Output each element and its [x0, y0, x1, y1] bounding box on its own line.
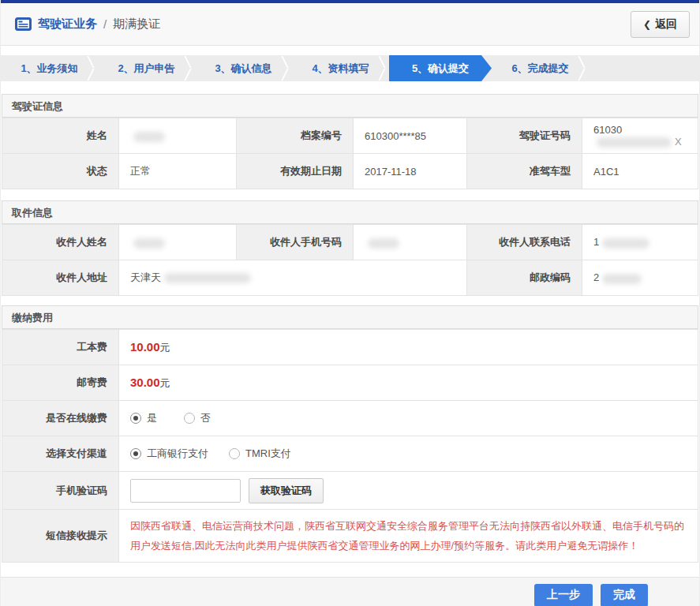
sms-note-label: 短信接收提示 [2, 510, 119, 563]
license-no-prefix: 61030 [593, 124, 622, 136]
channel-tmri-label: TMRI支付 [245, 447, 291, 461]
production-fee-unit: 元 [160, 342, 170, 354]
production-fee-amount: 10.00 [130, 340, 160, 354]
status-label: 状态 [2, 154, 119, 189]
section-pickup-title: 取件信息 [2, 200, 698, 224]
list-icon [15, 17, 32, 31]
vehicle-class-value: A1C1 [582, 154, 698, 189]
redacted-postcode [602, 274, 642, 284]
verification-code-label: 手机验证码 [2, 472, 119, 510]
file-no-value: 610300****85 [354, 118, 467, 154]
mailing-fee-unit: 元 [160, 377, 170, 389]
table-row: 收件人姓名 收件人手机号码 收件人联系电话 1 [2, 225, 698, 260]
finish-button[interactable]: 完成 [601, 584, 648, 606]
expiry-label: 有效期止日期 [237, 154, 354, 189]
license-no-suffix: X [675, 136, 682, 148]
step-6-complete-submit[interactable]: 6、完成提交 [492, 55, 589, 81]
sms-note-cell: 因陕西省联通、电信运营商技术问题，陕西省互联网交通安全综合服务管理平台无法向持陕… [119, 510, 698, 563]
back-chevron-icon: ❮ [643, 19, 651, 30]
recipient-mobile-label: 收件人手机号码 [237, 225, 354, 260]
step-bar-filler [589, 55, 699, 81]
online-yes-label: 是 [147, 411, 157, 425]
step-4-fill-info[interactable]: 4、资料填写 [292, 55, 389, 81]
redacted-phone [602, 238, 649, 249]
step-label: 4、资料填写 [312, 62, 369, 76]
status-value: 正常 [119, 154, 237, 189]
postcode-value: 2 [582, 260, 698, 296]
step-progress-bar: 1、业务须知 2、用户申告 3、确认信息 4、资料填写 5、确认提交 6、完成提… [1, 55, 699, 81]
step-5-confirm-submit[interactable]: 5、确认提交 [389, 55, 492, 81]
table-row: 短信接收提示 因陕西省联通、电信运营商技术问题，陕西省互联网交通安全综合服务管理… [2, 510, 698, 563]
step-label: 2、用户申告 [118, 62, 174, 76]
redacted-address [164, 273, 251, 283]
expiry-value: 2017-11-18 [354, 154, 467, 189]
channel-icbc-label: 工商银行支付 [147, 447, 208, 461]
back-button[interactable]: ❮ 返回 [631, 11, 690, 38]
radio-unselected-icon[interactable] [229, 448, 240, 459]
page-title-secondary: 期满换证 [113, 17, 160, 32]
mailing-fee-amount: 30.00 [130, 376, 160, 389]
table-row: 收件人地址 天津天 邮政编码 2 [2, 260, 698, 296]
previous-step-button[interactable]: 上一步 [534, 584, 593, 606]
breadcrumb: 驾驶证业务 / 期满换证 [15, 17, 160, 32]
table-row: 手机验证码 获取验证码 [2, 472, 698, 510]
table-row: 邮寄费 30.00元 [2, 365, 698, 401]
recipient-address-value: 天津天 [119, 260, 467, 296]
step-label: 3、确认信息 [215, 62, 271, 76]
postcode-label: 邮政编码 [467, 260, 582, 296]
license-no-value: 61030X [582, 118, 698, 154]
verification-code-input[interactable] [130, 479, 241, 503]
get-code-button[interactable]: 获取验证码 [249, 478, 324, 503]
online-payment-label: 是否在线缴费 [2, 401, 119, 436]
postcode-prefix: 2 [593, 271, 599, 283]
redacted-license-no [597, 137, 672, 148]
recipient-mobile-value [354, 225, 467, 260]
page: 驾驶证业务 / 期满换证 ❮ 返回 1、业务须知 2、用户申告 3、确认信息 4… [0, 0, 700, 606]
step-2-user-declaration[interactable]: 2、用户申告 [98, 55, 195, 81]
verification-code-cell: 获取验证码 [119, 472, 698, 510]
recipient-phone-label: 收件人联系电话 [467, 225, 582, 260]
online-payment-options: 是 否 [119, 401, 698, 436]
breadcrumb-separator: / [103, 17, 107, 31]
name-label: 姓名 [2, 118, 119, 154]
table-row: 姓名 档案编号 610300****85 驾驶证号码 61030X [2, 118, 698, 154]
channel-icbc-option[interactable]: 工商银行支付 [130, 447, 208, 461]
step-3-confirm-info[interactable]: 3、确认信息 [195, 55, 292, 81]
license-table: 姓名 档案编号 610300****85 驾驶证号码 61030X 状态 正常 … [2, 118, 698, 189]
channel-tmri-option[interactable]: TMRI支付 [229, 447, 291, 461]
phone-prefix: 1 [593, 236, 599, 248]
online-payment-yes-option[interactable]: 是 [130, 411, 157, 425]
license-no-label: 驾驶证号码 [467, 118, 582, 154]
online-no-label: 否 [200, 411, 211, 425]
mailing-fee-value: 30.00元 [119, 365, 698, 401]
section-pickup-info: 取件信息 收件人姓名 收件人手机号码 收件人联系电话 1 收件人地址 天津天 邮… [2, 200, 698, 296]
payment-channel-options: 工商银行支付 TMRI支付 [119, 436, 698, 472]
production-fee-value: 10.00元 [119, 330, 698, 365]
recipient-phone-value: 1 [582, 225, 698, 260]
mailing-fee-label: 邮寄费 [2, 365, 119, 401]
page-header: 驾驶证业务 / 期满换证 ❮ 返回 [1, 3, 699, 46]
table-row: 状态 正常 有效期止日期 2017-11-18 准驾车型 A1C1 [2, 154, 698, 189]
radio-unselected-icon[interactable] [184, 413, 195, 424]
recipient-name-label: 收件人姓名 [2, 225, 119, 260]
file-no-label: 档案编号 [237, 118, 354, 154]
section-license-info: 驾驶证信息 姓名 档案编号 610300****85 驾驶证号码 61030X … [2, 94, 698, 189]
recipient-address-label: 收件人地址 [2, 260, 119, 296]
footer-action-bar: 上一步 完成 [1, 577, 699, 606]
payment-channel-label: 选择支付渠道 [2, 436, 119, 472]
step-1-business-notice[interactable]: 1、业务须知 [1, 55, 98, 81]
address-prefix: 天津天 [130, 271, 161, 283]
table-row: 选择支付渠道 工商银行支付 TMRI支付 [2, 436, 698, 472]
redacted-name [133, 132, 165, 142]
section-license-title: 驾驶证信息 [2, 94, 698, 118]
radio-selected-icon[interactable] [130, 448, 141, 459]
table-row: 是否在线缴费 是 否 [2, 401, 698, 436]
section-payment-title: 缴纳费用 [2, 305, 698, 329]
radio-selected-icon[interactable] [130, 413, 141, 424]
name-value [119, 118, 237, 154]
online-payment-no-option[interactable]: 否 [184, 411, 211, 425]
section-payment-fees: 缴纳费用 工本费 10.00元 邮寄费 30.00元 是否在线缴费 是 否 [2, 305, 698, 563]
recipient-name-value [119, 225, 237, 260]
redacted-recipient-name [133, 238, 165, 249]
back-button-label: 返回 [655, 17, 677, 32]
